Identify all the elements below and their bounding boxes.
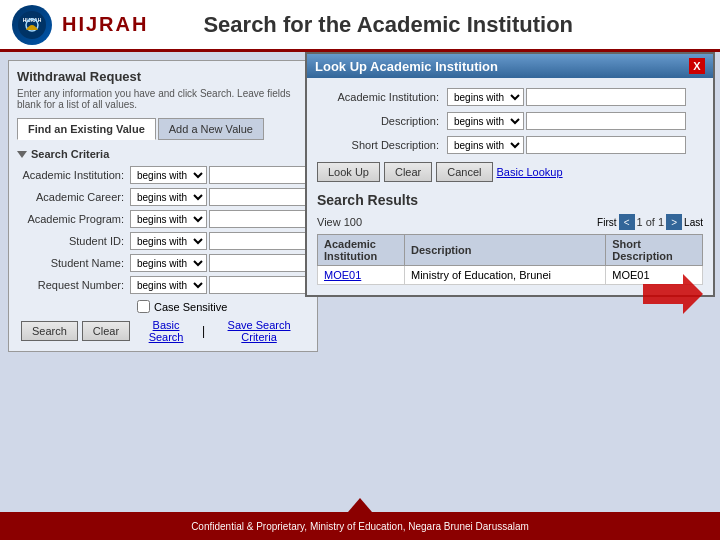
field-academic-career: Academic Career: begins with — [17, 188, 309, 206]
panel-subtitle: Enter any information you have and click… — [17, 88, 309, 110]
deco-bottom-diamond — [348, 498, 372, 512]
academic-career-input[interactable] — [209, 188, 309, 206]
academic-program-input[interactable] — [209, 210, 309, 228]
basic-search-link[interactable]: Basic Search — [134, 319, 198, 343]
modal-header: Look Up Academic Institution X — [307, 54, 713, 78]
page-info: 1 of 1 — [637, 216, 665, 228]
case-sensitive-row: Case Sensitive — [17, 300, 309, 313]
withdrawal-panel: Withdrawal Request Enter any information… — [8, 60, 318, 352]
field-request-number: Request Number: begins with — [17, 276, 309, 294]
academic-career-operator[interactable]: begins with — [130, 188, 207, 206]
svg-marker-3 — [643, 274, 703, 314]
modal-field-description: Description: begins with — [317, 112, 703, 130]
view-count: View 100 — [317, 216, 362, 228]
case-sensitive-label: Case Sensitive — [154, 301, 227, 313]
student-id-input[interactable] — [209, 232, 309, 250]
svg-text:HIJRAH: HIJRAH — [23, 17, 42, 23]
bottom-buttons: Search Clear Basic Search | Save Search … — [17, 319, 309, 343]
clear-button[interactable]: Clear — [82, 321, 130, 341]
modal-body: Academic Institution: begins with Descri… — [307, 78, 713, 295]
academic-institution-operator[interactable]: begins withcontainsequals — [130, 166, 207, 184]
first-label: First — [597, 217, 616, 228]
cell-institution: MOE01 — [318, 266, 405, 285]
institution-link[interactable]: MOE01 — [324, 269, 361, 281]
modal-close-button[interactable]: X — [689, 58, 705, 74]
main-area: Withdrawal Request Enter any information… — [0, 52, 720, 512]
modal-description-operator[interactable]: begins with — [447, 112, 524, 130]
modal-short-desc-input[interactable] — [526, 136, 686, 154]
results-toolbar: View 100 First < 1 of 1 > Last — [317, 214, 703, 230]
basic-lookup-link[interactable]: Basic Lookup — [497, 166, 563, 178]
field-academic-program: Academic Program: begins with — [17, 210, 309, 228]
search-criteria-section: Search Criteria — [17, 148, 309, 160]
modal-short-desc-operator[interactable]: begins with — [447, 136, 524, 154]
lookup-modal: Look Up Academic Institution X Academic … — [305, 52, 715, 297]
panel-title: Withdrawal Request — [17, 69, 309, 84]
tabs: Find an Existing Value Add a New Value — [17, 118, 309, 140]
request-number-operator[interactable]: begins with — [130, 276, 207, 294]
modal-clear-button[interactable]: Clear — [384, 162, 432, 182]
field-student-id: Student ID: begins with — [17, 232, 309, 250]
request-number-input[interactable] — [209, 276, 309, 294]
pagination: First < 1 of 1 > Last — [597, 214, 703, 230]
modal-buttons: Look Up Clear Cancel Basic Lookup — [317, 162, 703, 182]
col-institution: AcademicInstitution — [318, 235, 405, 266]
modal-institution-operator[interactable]: begins with — [447, 88, 524, 106]
modal-field-institution: Academic Institution: begins with — [317, 88, 703, 106]
footer-text: Confidential & Proprietary, Ministry of … — [191, 521, 529, 532]
search-button[interactable]: Search — [21, 321, 78, 341]
last-label: Last — [684, 217, 703, 228]
case-sensitive-checkbox[interactable] — [137, 300, 150, 313]
modal-title: Look Up Academic Institution — [315, 59, 498, 74]
lookup-button[interactable]: Look Up — [317, 162, 380, 182]
form-fields: Academic Institution: begins withcontain… — [17, 166, 309, 294]
col-description: Description — [405, 235, 606, 266]
footer: Confidential & Proprietary, Ministry of … — [0, 512, 720, 540]
academic-institution-input[interactable] — [209, 166, 309, 184]
academic-program-operator[interactable]: begins with — [130, 210, 207, 228]
search-results-title: Search Results — [317, 192, 703, 208]
red-arrow-indicator — [643, 274, 703, 317]
field-student-name: Student Name: begins with — [17, 254, 309, 272]
page-title: Search for the Academic Institution — [68, 12, 708, 38]
student-name-input[interactable] — [209, 254, 309, 272]
next-page-button[interactable]: > — [666, 214, 682, 230]
modal-field-short-desc: Short Description: begins with — [317, 136, 703, 154]
save-search-link[interactable]: Save Search Criteria — [209, 319, 309, 343]
student-name-operator[interactable]: begins with — [130, 254, 207, 272]
modal-description-input[interactable] — [526, 112, 686, 130]
header: HIJRAH HIJRAH Search for the Academic In… — [0, 0, 720, 52]
prev-page-button[interactable]: < — [619, 214, 635, 230]
field-academic-institution: Academic Institution: begins withcontain… — [17, 166, 309, 184]
modal-cancel-button[interactable]: Cancel — [436, 162, 492, 182]
expand-icon — [17, 151, 27, 158]
tab-find-existing[interactable]: Find an Existing Value — [17, 118, 156, 140]
col-short-desc: ShortDescription — [606, 235, 703, 266]
logo-icon: HIJRAH — [12, 5, 52, 45]
student-id-operator[interactable]: begins with — [130, 232, 207, 250]
modal-institution-input[interactable] — [526, 88, 686, 106]
tab-add-new[interactable]: Add a New Value — [158, 118, 264, 140]
cell-description: Ministry of Education, Brunei — [405, 266, 606, 285]
